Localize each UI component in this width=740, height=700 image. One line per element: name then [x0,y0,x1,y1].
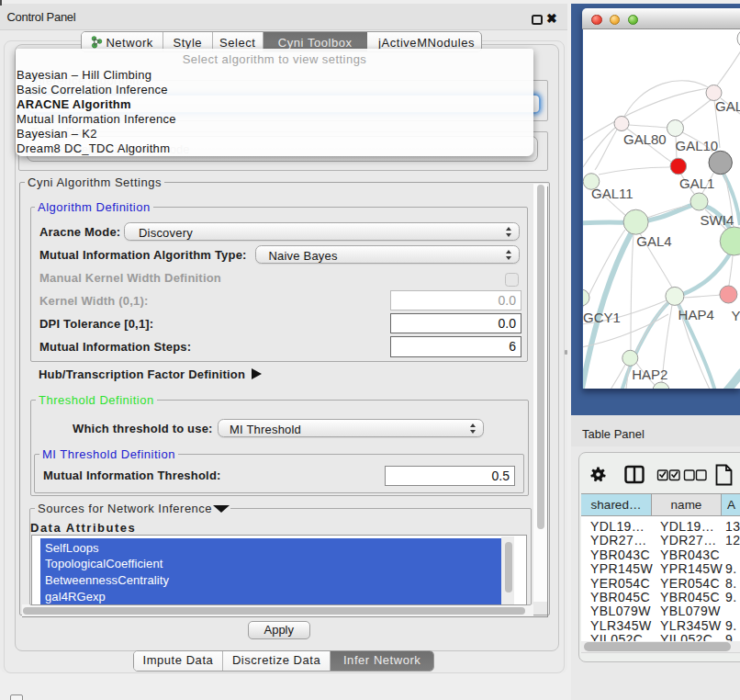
svg-text:SWI4: SWI4 [701,212,734,228]
svg-text:GAL4: GAL4 [636,233,671,249]
svg-text:GAL10: GAL10 [676,138,719,153]
svg-text:GAL11: GAL11 [591,186,633,201]
svg-text:GAL80: GAL80 [623,131,667,147]
svg-text:GCY1: GCY1 [583,310,621,325]
svg-text:Y: Y [732,308,740,323]
svg-text:GAL1: GAL1 [679,175,714,191]
svg-text:HAP4: HAP4 [678,307,714,322]
svg-text:HAP2: HAP2 [632,367,667,382]
svg-text:GAL: GAL [715,98,740,114]
